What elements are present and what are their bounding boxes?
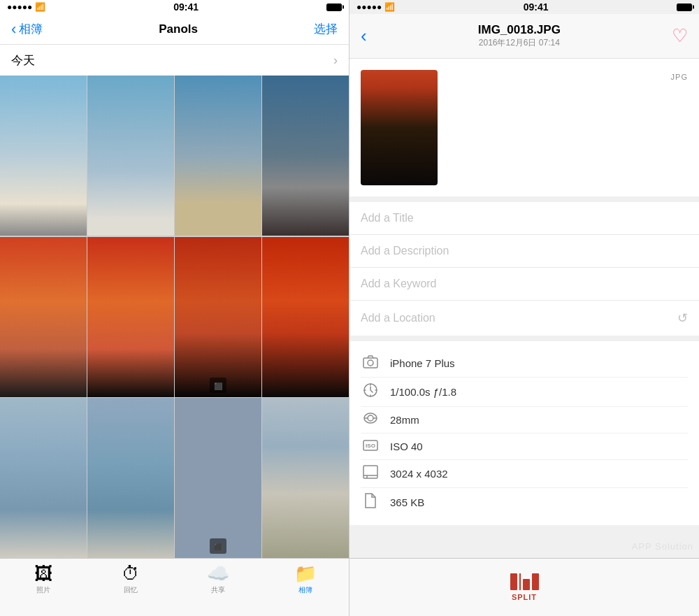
tab-photos-label: 照片: [36, 585, 50, 595]
back-button-left[interactable]: ‹ 相簿: [11, 21, 43, 37]
memories-icon: ⏱: [122, 564, 140, 582]
nav-title-left: Panols: [159, 22, 198, 36]
chevron-right-icon[interactable]: ›: [333, 53, 338, 68]
watermark-wrap: APP Solution: [350, 525, 699, 558]
split-label: SPLIT: [512, 593, 537, 601]
tab-albums[interactable]: 📁 相簿: [261, 564, 349, 595]
status-time-left: 09:41: [173, 1, 199, 13]
photo-thumb-inner: [361, 70, 438, 185]
status-battery-left: [326, 3, 342, 11]
dimensions-value: 3024 x 4032: [390, 468, 448, 480]
nav-bar-left: ‹ 相簿 Panols 选择: [0, 14, 349, 45]
grid-cell-12[interactable]: [262, 398, 349, 558]
exif-iso: ISO ISO 40: [361, 434, 688, 460]
watermark-text: APP Solution: [632, 541, 693, 552]
status-signal-right: ●●●●● 📶: [356, 2, 395, 12]
left-panel: ●●●●● 📶 09:41 ‹ 相簿 Panols 选择 今天 ›: [0, 0, 350, 616]
tab-albums-label: 相簿: [298, 585, 312, 595]
split-icon[interactable]: [510, 573, 539, 590]
wifi-icon-right: 📶: [384, 2, 395, 12]
exif-camera: iPhone 7 Plus: [361, 350, 688, 378]
photo-filename: IMG_0018.JPG: [478, 23, 561, 37]
panorama-badge-1: ⬛: [210, 378, 226, 393]
section-header: 今天 ›: [0, 45, 349, 76]
camera-value: iPhone 7 Plus: [390, 357, 455, 369]
photo-grid: ⬛ ⬛: [0, 76, 349, 558]
tab-photos[interactable]: 🖼 照片: [0, 564, 87, 595]
status-battery-right: [677, 3, 692, 11]
format-label: JPG: [671, 73, 688, 81]
iso-value: ISO 40: [390, 440, 423, 452]
grid-cell-1[interactable]: [0, 76, 87, 236]
panorama-badge-2: ⬛: [210, 538, 226, 554]
split-bar-2: [523, 579, 530, 590]
wifi-icon-left: 📶: [35, 2, 45, 12]
status-time-right: 09:41: [524, 1, 549, 13]
tab-shared[interactable]: ☁️ 共享: [175, 564, 262, 595]
nav-title-right-wrap: IMG_0018.JPG 2016年12月6日 07:14: [478, 23, 561, 49]
exif-dimensions: 3024 x 4032: [361, 460, 688, 488]
tab-memories-label: 回忆: [124, 585, 138, 595]
description-field[interactable]: Add a Description: [350, 235, 699, 268]
favorite-button[interactable]: ♡: [672, 25, 688, 47]
focal-icon: [361, 412, 380, 428]
shutter-value: 1/100.0s ƒ/1.8: [390, 386, 456, 398]
select-button[interactable]: 选择: [314, 21, 338, 37]
panorama-icon-2: ⬛: [214, 543, 222, 551]
camera-icon: [361, 354, 380, 372]
status-signal-left: ●●●●● 📶: [7, 2, 45, 12]
exif-focal: 28mm: [361, 407, 688, 434]
back-button-right[interactable]: ‹: [361, 25, 367, 47]
tab-shared-label: 共享: [211, 585, 225, 595]
back-label-left: 相簿: [19, 21, 43, 37]
location-field[interactable]: Add a Location ↺: [350, 301, 699, 336]
keyword-field[interactable]: Add a Keyword: [350, 268, 699, 301]
title-placeholder: Add a Title: [361, 212, 414, 224]
battery-icon-left: [326, 3, 342, 11]
grid-cell-5[interactable]: [0, 237, 87, 397]
exif-shutter: 1/100.0s ƒ/1.8: [361, 378, 688, 407]
battery-icon-right: [677, 3, 692, 11]
section-title: 今天: [11, 52, 35, 69]
split-bar-3: [532, 573, 539, 590]
battery-fill-left: [327, 4, 341, 10]
photo-preview-section: JPG: [350, 59, 699, 196]
grid-cell-6[interactable]: [87, 237, 174, 397]
grid-cell-9[interactable]: [0, 398, 87, 558]
nav-bar-right: ‹ IMG_0018.JPG 2016年12月6日 07:14 ♡: [350, 14, 699, 59]
photos-icon: 🖼: [34, 564, 52, 582]
right-panel: ●●●●● 📶 09:41 ‹ IMG_0018.JPG 2016年12月6日 …: [350, 0, 699, 616]
meta-fields-section: Add a Title Add a Description Add a Keyw…: [350, 202, 699, 336]
location-field-row: Add a Location ↺: [361, 310, 688, 326]
grid-cell-11[interactable]: ⬛: [175, 398, 261, 558]
back-arrow-left: ‹: [11, 22, 16, 37]
shutter-icon: [361, 382, 380, 401]
tab-memories[interactable]: ⏱ 回忆: [87, 564, 175, 595]
split-bar-1: [510, 573, 517, 590]
grid-cell-4[interactable]: [262, 76, 349, 236]
grid-cell-3[interactable]: [175, 76, 261, 236]
filesize-value: 365 KB: [390, 496, 424, 508]
detail-content: JPG Add a Title Add a Description Add a …: [350, 59, 699, 558]
battery-fill-right: [677, 4, 691, 10]
grid-cell-10[interactable]: [87, 398, 174, 558]
refresh-icon[interactable]: ↺: [677, 310, 688, 326]
title-field[interactable]: Add a Title: [350, 202, 699, 235]
tab-bar-left: 🖼 照片 ⏱ 回忆 ☁️ 共享 📁 相簿: [0, 558, 349, 616]
filesize-icon: [361, 493, 380, 512]
svg-rect-0: [363, 358, 377, 368]
photo-thumbnail[interactable]: [361, 70, 438, 185]
panorama-icon-1: ⬛: [214, 382, 222, 390]
exif-section: iPhone 7 Plus 1/100.0s ƒ/1.8: [350, 341, 699, 525]
grid-cell-7[interactable]: ⬛: [175, 237, 261, 397]
focal-value: 28mm: [390, 414, 419, 426]
svg-point-1: [368, 360, 373, 366]
shared-icon: ☁️: [207, 564, 229, 582]
grid-cell-8[interactable]: [262, 237, 349, 397]
dimensions-icon: [361, 465, 380, 482]
svg-text:ISO: ISO: [366, 443, 375, 449]
description-placeholder: Add a Description: [361, 245, 449, 257]
svg-point-4: [368, 415, 373, 421]
keyword-placeholder: Add a Keyword: [361, 278, 437, 289]
grid-cell-2[interactable]: [87, 76, 174, 236]
